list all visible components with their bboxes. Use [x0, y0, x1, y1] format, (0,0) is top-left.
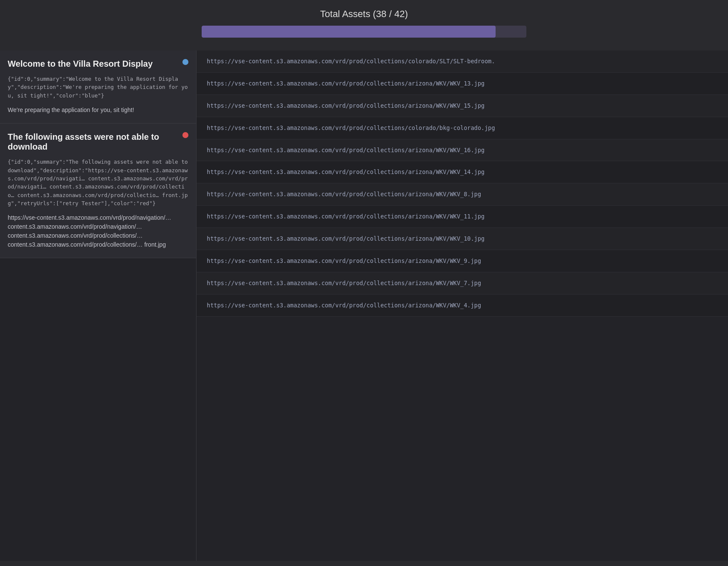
url-item: https://vse-content.s3.amazonaws.com/vrd…	[197, 139, 728, 162]
progress-bar-fill	[202, 26, 496, 38]
url-item: https://vse-content.s3.amazonaws.com/vrd…	[197, 73, 728, 95]
url-item: https://vse-content.s3.amazonaws.com/vrd…	[197, 272, 728, 295]
url-item: https://vse-content.s3.amazonaws.com/vrd…	[197, 228, 728, 250]
blue-dot-icon	[182, 59, 188, 65]
failed-assets-card-json: {"id":0,"summary":"The following assets …	[8, 158, 188, 207]
url-item: https://vse-content.s3.amazonaws.com/vrd…	[197, 295, 728, 317]
url-item: https://vse-content.s3.amazonaws.com/vrd…	[197, 206, 728, 228]
left-panel[interactable]: Welcome to the Villa Resort Display {"id…	[0, 50, 197, 561]
url-item: https://vse-content.s3.amazonaws.com/vrd…	[197, 161, 728, 183]
url-item: https://vse-content.s3.amazonaws.com/vrd…	[197, 117, 728, 139]
welcome-card-title: Welcome to the Villa Resort Display	[8, 59, 188, 69]
url-item: https://vse-content.s3.amazonaws.com/vrd…	[197, 183, 728, 206]
progress-bar-container	[202, 26, 526, 38]
total-assets-title: Total Assets (38 / 42)	[320, 9, 408, 20]
top-section: Total Assets (38 / 42)	[0, 0, 728, 50]
welcome-card-json: {"id":0,"summary":"Welcome to the Villa …	[8, 75, 188, 100]
url-item: https://vse-content.s3.amazonaws.com/vrd…	[197, 50, 728, 73]
failed-assets-card-title: The following assets were not able to do…	[8, 132, 188, 152]
welcome-card: Welcome to the Villa Resort Display {"id…	[0, 50, 196, 124]
url-item: https://vse-content.s3.amazonaws.com/vrd…	[197, 95, 728, 117]
url-item: https://vse-content.s3.amazonaws.com/vrd…	[197, 250, 728, 272]
welcome-card-description: We're preparing the application for you,…	[8, 106, 188, 115]
right-panel[interactable]: https://vse-content.s3.amazonaws.com/vrd…	[197, 50, 728, 561]
main-content: Welcome to the Villa Resort Display {"id…	[0, 50, 728, 561]
failed-assets-card: The following assets were not able to do…	[0, 124, 196, 258]
failed-assets-card-description: https://vse-content.s3.amazonaws.com/vrd…	[8, 213, 188, 249]
